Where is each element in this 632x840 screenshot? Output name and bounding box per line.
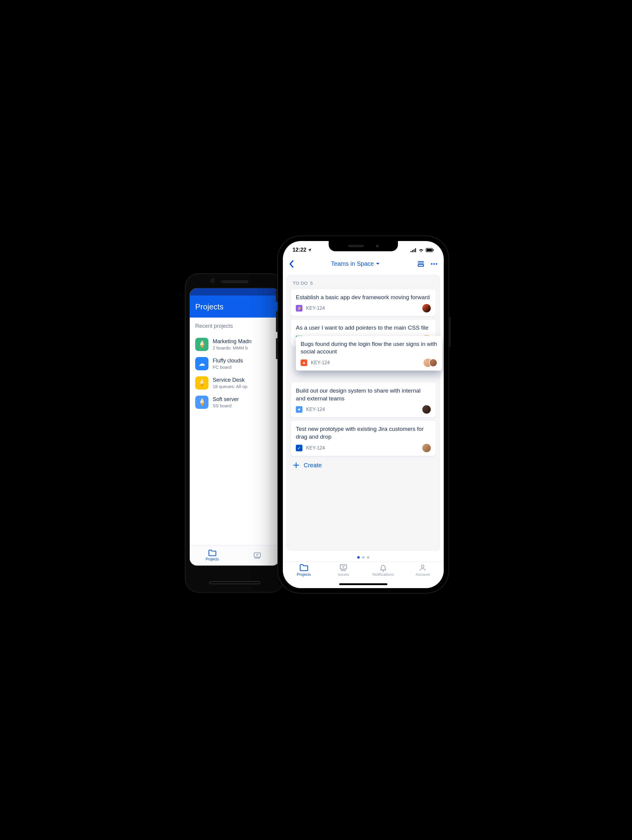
more-button[interactable] (430, 261, 438, 267)
tab-label: Projects (206, 557, 219, 561)
project-icon: 🍦 (195, 396, 208, 409)
project-name: Service Desk (213, 377, 247, 383)
svg-point-9 (431, 263, 433, 265)
issue-type-icon: ● (301, 360, 307, 366)
issue-card[interactable]: Establish a basic app dev framework movi… (291, 289, 436, 316)
project-subtitle: 18 queues: All op (213, 384, 247, 389)
card-title: Test new prototype with existing Jira cu… (296, 425, 431, 441)
tab-projects[interactable]: Projects (284, 564, 324, 581)
project-name: Soft server (213, 396, 239, 403)
project-subtitle: FC board (213, 365, 243, 370)
project-row[interactable]: ☁ Fluffy clouds FC board (195, 354, 274, 373)
issue-key: KEY-124 (306, 407, 325, 412)
bell-icon (379, 564, 388, 572)
svg-rect-6 (427, 249, 432, 251)
location-icon (307, 248, 312, 252)
iphone-notch (329, 241, 398, 251)
page-indicator[interactable] (283, 551, 444, 562)
page-dot (367, 556, 369, 559)
create-label: Create (304, 462, 322, 469)
android-camera (211, 279, 215, 283)
android-header: Projects (190, 295, 279, 317)
folder-icon (299, 564, 309, 572)
page-dot-active (357, 556, 360, 559)
tray-icon (339, 564, 348, 572)
issue-type-icon: ✓ (296, 445, 303, 452)
svg-point-11 (436, 263, 437, 265)
card-title: As a user I want to add pointers to the … (296, 324, 431, 332)
project-icon: ☁ (195, 357, 208, 370)
tab-account[interactable]: Account (403, 564, 443, 581)
project-subtitle: SS board (213, 403, 239, 408)
column-count: 5 (310, 281, 313, 286)
svg-point-10 (433, 263, 435, 265)
project-icon: 🍦 (195, 338, 208, 351)
project-subtitle: 2 boards: MMM b (213, 345, 252, 351)
status-time: 12:22 (293, 247, 306, 253)
svg-rect-4 (415, 248, 416, 252)
cellular-icon (411, 248, 417, 252)
issue-key: KEY-124 (306, 445, 325, 451)
home-indicator[interactable] (339, 583, 388, 585)
plus-icon (293, 462, 299, 469)
tab-notifications[interactable]: Notifications (363, 564, 403, 581)
iphone-volume-up (276, 311, 277, 332)
assignee-avatar-group[interactable] (424, 358, 437, 367)
svg-rect-1 (411, 251, 411, 252)
iphone-frame: 12:22 (277, 235, 449, 594)
card-title: Build out our design system to share wit… (296, 387, 431, 402)
tab-issues[interactable] (235, 552, 279, 559)
assignee-avatar[interactable] (422, 405, 431, 414)
card-title: Bugs found during the login flow the use… (301, 340, 437, 355)
folder-icon (208, 549, 217, 556)
project-row[interactable]: 🍦 Service Desk 18 queues: All op (195, 373, 274, 393)
project-icon: 🍦 (195, 376, 208, 390)
board-column[interactable]: TO DO 5 Establish a basic app dev framew… (287, 275, 440, 551)
card-title: Establish a basic app dev framework movi… (296, 294, 431, 301)
project-row[interactable]: 🍦 Soft server SS board (195, 393, 274, 412)
page-dot (362, 556, 364, 559)
tab-label: Issues (338, 572, 349, 577)
tab-label: Notifications (372, 572, 394, 577)
issue-card[interactable]: Test new prototype with existing Jira cu… (291, 421, 436, 456)
assignee-avatar[interactable] (422, 304, 431, 313)
svg-rect-8 (418, 265, 424, 266)
svg-point-13 (421, 565, 424, 568)
assignee-avatar[interactable] (422, 444, 431, 452)
iphone-mute-switch (276, 290, 277, 302)
column-header: TO DO 5 (291, 279, 436, 289)
issue-card[interactable]: Build out our design system to share wit… (291, 383, 436, 417)
svg-rect-3 (414, 249, 415, 252)
svg-rect-2 (412, 250, 413, 252)
project-name: Marketing Madn (213, 338, 252, 345)
board-title: Teams in Space (331, 260, 374, 267)
android-phone-frame: Projects Recent projects 🍦 Marketing Mad… (185, 273, 284, 593)
tab-label: Account (416, 572, 430, 577)
issue-key: KEY-124 (311, 360, 330, 365)
project-row[interactable]: 🍦 Marketing Madn 2 boards: MMM b (195, 335, 274, 354)
issue-key: KEY-124 (306, 306, 325, 311)
android-home-button[interactable] (209, 581, 260, 584)
android-header-title: Projects (195, 302, 224, 311)
tab-projects[interactable]: Projects (190, 549, 235, 561)
board-selector[interactable]: Teams in Space (294, 260, 417, 267)
tab-issues[interactable]: Issues (324, 564, 364, 581)
column-label: TO DO (293, 281, 308, 286)
tab-label: Projects (297, 572, 311, 577)
android-statusbar (190, 288, 279, 295)
project-name: Fluffy clouds (213, 358, 243, 364)
issue-card-dragging[interactable]: Bugs found during the login flow the use… (296, 336, 442, 371)
tray-icon (253, 552, 262, 559)
person-icon (418, 564, 427, 572)
battery-icon (426, 248, 434, 252)
back-button[interactable] (289, 260, 294, 268)
recent-projects-label: Recent projects (195, 323, 274, 329)
board-view-button[interactable] (417, 261, 424, 267)
wifi-icon (418, 248, 424, 252)
issue-type-icon: ⚡ (296, 305, 303, 311)
android-content: Recent projects 🍦 Marketing Madn 2 board… (190, 317, 279, 545)
iphone-power-button (449, 317, 451, 347)
create-button[interactable]: Create (291, 459, 436, 470)
ios-navbar: Teams in Space (283, 256, 444, 272)
android-speaker (221, 281, 248, 283)
